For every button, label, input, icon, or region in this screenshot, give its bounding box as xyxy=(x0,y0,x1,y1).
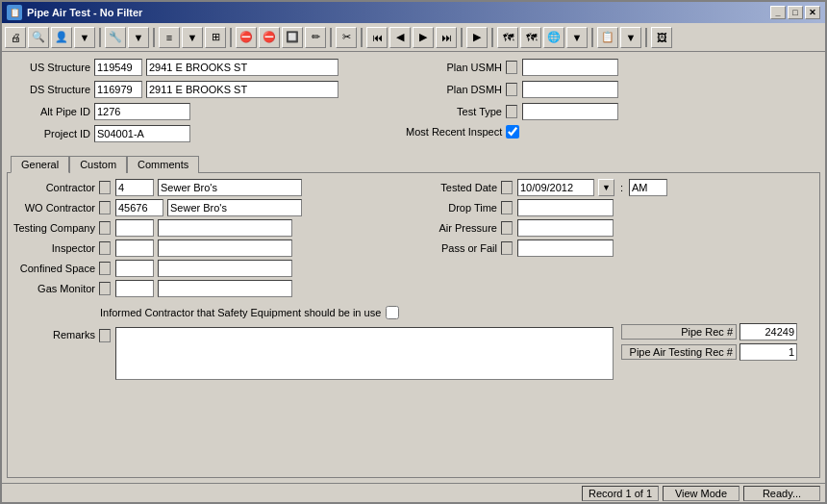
alt-pipe-row: Alt Pipe ID xyxy=(9,103,338,120)
ds-structure-id-input[interactable] xyxy=(94,81,142,98)
map1-button[interactable]: 🗺 xyxy=(497,27,518,48)
confined-space-name-input[interactable] xyxy=(158,260,292,277)
stop-button[interactable]: ⛔ xyxy=(236,27,257,48)
filter-dropdown[interactable]: ▼ xyxy=(128,27,149,48)
close-button[interactable]: ✕ xyxy=(805,6,820,19)
plan-usmh-input[interactable] xyxy=(522,59,618,76)
plan-dsmh-input[interactable] xyxy=(522,81,618,98)
filter-button[interactable]: 🔧 xyxy=(105,27,126,48)
bottom-section: Remarks Pipe Rec # Pipe Air Testing Rec … xyxy=(13,323,814,380)
edit-button[interactable]: ✏ xyxy=(305,27,326,48)
confined-space-row: Confined Space xyxy=(13,260,412,277)
report-dropdown[interactable]: ▼ xyxy=(620,27,641,48)
inspector-name-input[interactable] xyxy=(158,239,292,257)
pass-or-fail-input[interactable] xyxy=(517,239,614,257)
test-type-input[interactable] xyxy=(522,103,618,120)
us-structure-label: US Structure xyxy=(9,62,90,73)
gas-monitor-id-input[interactable] xyxy=(115,280,154,297)
next-button[interactable]: ▶ xyxy=(413,27,434,48)
map2-button[interactable]: 🗺 xyxy=(520,27,541,48)
ds-structure-label: DS Structure xyxy=(9,84,90,95)
testing-company-label: Testing Company xyxy=(13,222,95,234)
user-button[interactable]: 👤 xyxy=(51,27,72,48)
inspector-id-input[interactable] xyxy=(115,239,154,257)
date-dropdown-button[interactable]: ▼ xyxy=(598,179,614,196)
contractor-id-input[interactable] xyxy=(115,179,154,196)
alt-pipe-input[interactable] xyxy=(94,103,190,120)
separator7 xyxy=(491,28,493,47)
list-dropdown[interactable]: ▼ xyxy=(182,27,203,48)
ds-structure-row: DS Structure xyxy=(9,81,338,98)
testing-company-id-input[interactable] xyxy=(115,219,154,237)
top-right: Plan USMH Plan DSMH Test Type Most Recen… xyxy=(406,59,618,145)
main-window: 📋 Pipe Air Test - No Filter _ □ ✕ 🖨 🔍 👤 … xyxy=(0,0,827,504)
tab-general[interactable]: General xyxy=(11,156,69,173)
informed-checkbox[interactable] xyxy=(386,306,399,319)
gas-monitor-name-input[interactable] xyxy=(158,280,292,297)
app-icon: 📋 xyxy=(7,5,22,20)
globe-dropdown[interactable]: ▼ xyxy=(566,27,588,48)
tested-date-label: Tested Date xyxy=(415,182,497,193)
wo-contractor-label: WO Contractor xyxy=(13,202,95,214)
air-pressure-indicator xyxy=(501,221,513,235)
tested-time-input[interactable] xyxy=(629,179,667,196)
air-pressure-input[interactable] xyxy=(517,219,614,237)
minimize-button[interactable]: _ xyxy=(770,6,786,19)
remarks-label: Remarks xyxy=(13,329,95,340)
play-button[interactable]: ▶ xyxy=(466,27,488,48)
record-status: Record 1 of 1 xyxy=(582,486,659,501)
contractor-name-input[interactable] xyxy=(158,179,302,196)
first-button[interactable]: ⏮ xyxy=(366,27,388,48)
plan-dsmh-label: Plan DSMH xyxy=(406,84,502,95)
us-structure-name-input[interactable] xyxy=(146,59,338,76)
tested-date-input[interactable] xyxy=(517,179,594,196)
drop-time-row: Drop Time xyxy=(415,199,814,216)
tab-comments[interactable]: Comments xyxy=(127,156,199,173)
status-bar: Record 1 of 1 View Mode Ready... xyxy=(2,483,825,502)
plan-usmh-row: Plan USMH xyxy=(406,59,618,76)
ready-status: Ready... xyxy=(743,486,820,501)
stop2-button[interactable]: ⛔ xyxy=(259,27,280,48)
cut-button[interactable]: ✂ xyxy=(336,27,357,48)
pipe-rec-input[interactable] xyxy=(739,323,797,340)
remarks-textarea[interactable] xyxy=(115,327,614,380)
separator1 xyxy=(99,28,101,47)
globe-button[interactable]: 🌐 xyxy=(543,27,564,48)
ds-structure-name-input[interactable] xyxy=(146,81,338,98)
tab-custom[interactable]: Custom xyxy=(69,156,127,173)
remarks-indicator xyxy=(99,329,111,342)
testing-company-name-input[interactable] xyxy=(158,219,292,237)
contractor-row: Contractor xyxy=(13,179,412,196)
report-button[interactable]: 📋 xyxy=(597,27,618,48)
separator6 xyxy=(461,28,463,47)
tabs-container: General Custom Comments Contractor xyxy=(7,151,820,478)
print-button[interactable]: 🖨 xyxy=(5,27,26,48)
plan-usmh-indicator xyxy=(506,61,517,74)
list-button[interactable]: ≡ xyxy=(159,27,180,48)
confined-space-id-input[interactable] xyxy=(115,260,154,277)
tab-content-general: Contractor WO Contractor Testi xyxy=(7,172,820,478)
search-button[interactable]: 🔍 xyxy=(28,27,49,48)
test-type-indicator xyxy=(506,105,517,118)
inspector-row: Inspector xyxy=(13,239,412,257)
tested-date-row: Tested Date ▼ : xyxy=(415,179,814,196)
title-bar: 📋 Pipe Air Test - No Filter _ □ ✕ xyxy=(2,2,825,23)
project-input[interactable] xyxy=(94,125,190,142)
drop-time-input[interactable] xyxy=(517,199,614,216)
maximize-button[interactable]: □ xyxy=(788,6,803,19)
wo-contractor-row: WO Contractor xyxy=(13,199,412,216)
wo-contractor-name-input[interactable] xyxy=(167,199,302,216)
drop-time-label: Drop Time xyxy=(415,202,497,214)
layers-button[interactable]: 🔲 xyxy=(282,27,303,48)
separator2 xyxy=(153,28,155,47)
grid-button[interactable]: ⊞ xyxy=(205,27,226,48)
dropdown1-button[interactable]: ▼ xyxy=(74,27,95,48)
most-recent-checkbox[interactable] xyxy=(506,125,519,139)
image-button[interactable]: 🖼 xyxy=(651,27,672,48)
us-structure-id-input[interactable] xyxy=(94,59,142,76)
pipe-air-testing-input[interactable] xyxy=(739,343,797,361)
wo-contractor-id-input[interactable] xyxy=(115,199,163,216)
plan-usmh-label: Plan USMH xyxy=(406,62,502,73)
prev-button[interactable]: ◀ xyxy=(389,27,411,48)
last-button[interactable]: ⏭ xyxy=(436,27,457,48)
